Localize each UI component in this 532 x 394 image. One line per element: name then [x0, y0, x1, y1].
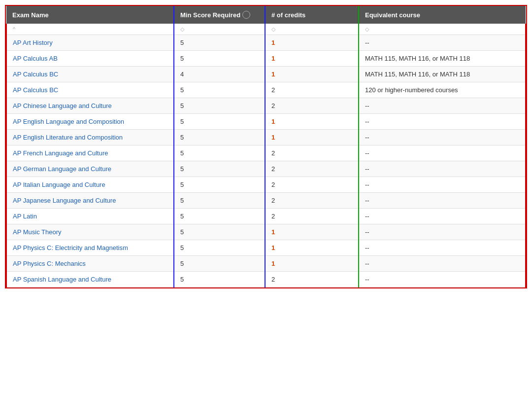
exam-name-cell: AP Italian Language and Culture: [6, 177, 174, 193]
min-score-cell: 5: [174, 130, 265, 145]
table-row: AP Calculus AB51MATH 115, MATH 116, or M…: [6, 51, 526, 67]
sort-credits[interactable]: ◇: [265, 24, 359, 35]
exam-link[interactable]: AP English Literature and Composition: [13, 134, 123, 141]
min-score-cell: 5: [174, 209, 265, 224]
table-row: AP Art History51--: [6, 35, 526, 51]
table-row: AP German Language and Culture52--: [6, 161, 526, 177]
exam-link[interactable]: AP Latin: [13, 213, 37, 220]
sort-equiv[interactable]: ◇: [359, 24, 526, 35]
exam-link[interactable]: AP German Language and Culture: [13, 165, 111, 173]
credits-cell: 1: [265, 224, 359, 240]
exam-link[interactable]: AP French Language and Culture: [13, 149, 108, 157]
exam-name-cell: AP Physics C: Mechanics: [6, 256, 174, 272]
min-score-cell: 5: [174, 82, 265, 98]
credits-value: 1: [271, 244, 275, 251]
credits-cell: 1: [265, 67, 359, 82]
table-row: AP Physics C: Electricity and Magnetism5…: [6, 240, 526, 256]
table-row: AP Spanish Language and Culture52--: [6, 272, 526, 287]
exam-name-cell: AP German Language and Culture: [6, 161, 174, 177]
exam-name-cell: AP English Language and Composition: [6, 114, 174, 130]
sort-exam-icon: ^: [13, 26, 15, 32]
min-score-cell: 5: [174, 98, 265, 114]
col-header-equivalent: Equivalent course: [359, 6, 526, 24]
table-row: AP Calculus BC52120 or higher-numbered c…: [6, 82, 526, 98]
table-row: AP Chinese Language and Culture52--: [6, 98, 526, 114]
exam-name-cell: AP Physics C: Electricity and Magnetism: [6, 240, 174, 256]
col-credits-label: # of credits: [271, 11, 305, 19]
col-header-credits: # of credits: [265, 6, 359, 24]
table-row: AP Physics C: Mechanics51--: [6, 256, 526, 272]
exam-name-cell: AP English Literature and Composition: [6, 130, 174, 145]
exam-name-cell: AP Music Theory: [6, 224, 174, 240]
min-score-cell: 5: [174, 256, 265, 272]
min-score-cell: 5: [174, 114, 265, 130]
min-score-cell: 5: [174, 240, 265, 256]
min-score-cell: 5: [174, 224, 265, 240]
equivalent-cell: --: [359, 98, 526, 114]
equivalent-cell: MATH 115, MATH 116, or MATH 118: [359, 51, 526, 67]
equivalent-cell: MATH 115, MATH 116, or MATH 118: [359, 67, 526, 82]
min-score-cell: 5: [174, 51, 265, 67]
sort-score[interactable]: ◇: [174, 24, 265, 35]
table-row: AP Japanese Language and Culture52--: [6, 193, 526, 209]
col-exam-label: Exam Name: [12, 11, 49, 19]
credits-value: 1: [271, 71, 275, 78]
equivalent-cell: --: [359, 161, 526, 177]
credits-cell: 2: [265, 145, 359, 161]
credits-cell: 2: [265, 177, 359, 193]
min-score-cell: 4: [174, 67, 265, 82]
credits-value: 1: [271, 39, 275, 46]
main-table-wrapper: Exam Name Min Score Required i # of cred…: [5, 5, 527, 288]
min-score-cell: 5: [174, 35, 265, 51]
credits-cell: 1: [265, 240, 359, 256]
equivalent-cell: --: [359, 209, 526, 224]
col-header-score: Min Score Required i: [174, 6, 265, 24]
credits-cell: 1: [265, 256, 359, 272]
exam-link[interactable]: AP Calculus BC: [13, 86, 58, 94]
equivalent-cell: --: [359, 224, 526, 240]
exam-name-cell: AP Latin: [6, 209, 174, 224]
credits-cell: 2: [265, 272, 359, 287]
equivalent-cell: --: [359, 114, 526, 130]
exam-name-cell: AP Chinese Language and Culture: [6, 98, 174, 114]
exam-link[interactable]: AP Physics C: Electricity and Magnetism: [13, 244, 128, 251]
equivalent-cell: --: [359, 145, 526, 161]
col-header-exam: Exam Name: [6, 6, 174, 24]
exam-link[interactable]: AP Physics C: Mechanics: [13, 260, 86, 267]
credits-cell: 1: [265, 51, 359, 67]
equivalent-cell: --: [359, 177, 526, 193]
exam-name-cell: AP Japanese Language and Culture: [6, 193, 174, 209]
exam-link[interactable]: AP English Language and Composition: [13, 118, 124, 125]
credits-cell: 1: [265, 114, 359, 130]
exam-link[interactable]: AP Calculus BC: [13, 71, 58, 78]
exam-link[interactable]: AP Japanese Language and Culture: [13, 197, 116, 204]
table-row: AP Calculus BC41MATH 115, MATH 116, or M…: [6, 67, 526, 82]
exam-link[interactable]: AP Chinese Language and Culture: [13, 102, 112, 109]
equivalent-cell: 120 or higher-numbered courses: [359, 82, 526, 98]
min-score-cell: 5: [174, 145, 265, 161]
equivalent-cell: --: [359, 193, 526, 209]
sort-exam[interactable]: ^: [6, 24, 174, 35]
exam-link[interactable]: AP Italian Language and Culture: [13, 181, 105, 188]
exam-link[interactable]: AP Spanish Language and Culture: [13, 276, 111, 283]
credits-value: 1: [271, 260, 275, 267]
credits-cell: 1: [265, 130, 359, 145]
credits-cell: 2: [265, 193, 359, 209]
exam-link[interactable]: AP Music Theory: [13, 228, 62, 236]
credits-value: 1: [271, 55, 275, 62]
exam-name-cell: AP Calculus BC: [6, 82, 174, 98]
credits-value: 1: [271, 228, 275, 236]
table-row: AP Music Theory51--: [6, 224, 526, 240]
min-score-cell: 5: [174, 272, 265, 287]
table-row: AP French Language and Culture52--: [6, 145, 526, 161]
credits-cell: 2: [265, 98, 359, 114]
exam-link[interactable]: AP Art History: [13, 39, 53, 46]
exam-name-cell: AP Spanish Language and Culture: [6, 272, 174, 287]
exam-link[interactable]: AP Calculus AB: [13, 55, 58, 62]
credits-cell: 2: [265, 82, 359, 98]
min-score-cell: 5: [174, 161, 265, 177]
equivalent-cell: --: [359, 272, 526, 287]
info-icon[interactable]: i: [242, 11, 250, 19]
exam-name-cell: AP Art History: [6, 35, 174, 51]
min-score-cell: 5: [174, 193, 265, 209]
